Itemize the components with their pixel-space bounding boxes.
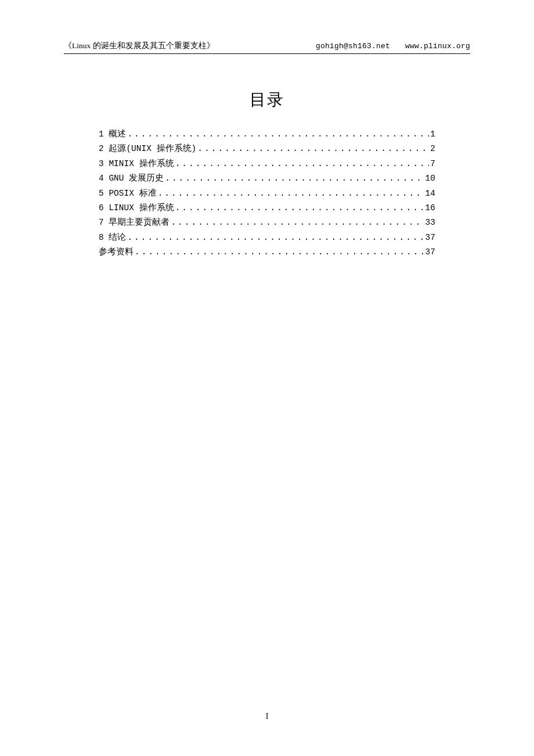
header-contact: gohigh@sh163.net www.plinux.org bbox=[316, 42, 470, 51]
toc-page-number: 2 bbox=[430, 142, 435, 156]
toc-leader-dots bbox=[127, 127, 429, 142]
document-page: 《Linux 的诞生和发展及其五个重要支柱》 gohigh@sh163.net … bbox=[0, 0, 534, 260]
table-of-contents: 1 概述 1 2 起源(UNIX 操作系统) 2 3 MINIX 操作系统 7 … bbox=[64, 127, 470, 260]
toc-entry: 4 GNU 发展历史 10 bbox=[99, 171, 435, 186]
toc-page-number: 37 bbox=[425, 245, 435, 260]
toc-label: 5 POSIX 标准 bbox=[99, 186, 157, 201]
header-website: www.plinux.org bbox=[405, 42, 470, 51]
toc-page-number: 1 bbox=[430, 127, 435, 142]
toc-entry: 1 概述 1 bbox=[99, 127, 435, 142]
page-header: 《Linux 的诞生和发展及其五个重要支柱》 gohigh@sh163.net … bbox=[64, 41, 470, 54]
toc-label: 3 MINIX 操作系统 bbox=[99, 157, 174, 171]
toc-page-number: 16 bbox=[425, 201, 435, 215]
page-footer-number: I bbox=[0, 712, 534, 721]
toc-label: 4 GNU 发展历史 bbox=[99, 171, 164, 186]
toc-page-number: 33 bbox=[425, 215, 435, 230]
header-title: 《Linux 的诞生和发展及其五个重要支柱》 bbox=[64, 41, 215, 51]
toc-leader-dots bbox=[135, 245, 424, 260]
toc-leader-dots bbox=[158, 186, 424, 201]
toc-entry: 6 LINUX 操作系统 16 bbox=[99, 201, 435, 215]
toc-label: 7 早期主要贡献者 bbox=[99, 215, 169, 230]
toc-label: 2 起源(UNIX 操作系统) bbox=[99, 142, 196, 156]
toc-leader-dots bbox=[171, 215, 424, 230]
toc-heading: 目录 bbox=[64, 89, 470, 111]
toc-label: 8 结论 bbox=[99, 231, 126, 245]
toc-leader-dots bbox=[127, 231, 424, 245]
header-email: gohigh@sh163.net bbox=[316, 42, 390, 51]
toc-page-number: 14 bbox=[425, 186, 435, 201]
toc-label: 6 LINUX 操作系统 bbox=[99, 201, 174, 215]
toc-leader-dots bbox=[175, 157, 430, 171]
toc-leader-dots bbox=[165, 171, 424, 186]
toc-entry: 3 MINIX 操作系统 7 bbox=[99, 157, 435, 171]
toc-page-number: 37 bbox=[425, 231, 435, 245]
toc-label: 1 概述 bbox=[99, 127, 126, 142]
toc-leader-dots bbox=[175, 201, 424, 215]
toc-page-number: 10 bbox=[425, 171, 435, 186]
toc-label: 参考资料 bbox=[99, 245, 134, 260]
toc-entry: 8 结论 37 bbox=[99, 231, 435, 245]
toc-entry: 7 早期主要贡献者 33 bbox=[99, 215, 435, 230]
toc-entry: 2 起源(UNIX 操作系统) 2 bbox=[99, 142, 435, 156]
toc-entry: 参考资料 37 bbox=[99, 245, 435, 260]
toc-entry: 5 POSIX 标准 14 bbox=[99, 186, 435, 201]
toc-leader-dots bbox=[197, 142, 429, 156]
toc-page-number: 7 bbox=[430, 157, 435, 171]
